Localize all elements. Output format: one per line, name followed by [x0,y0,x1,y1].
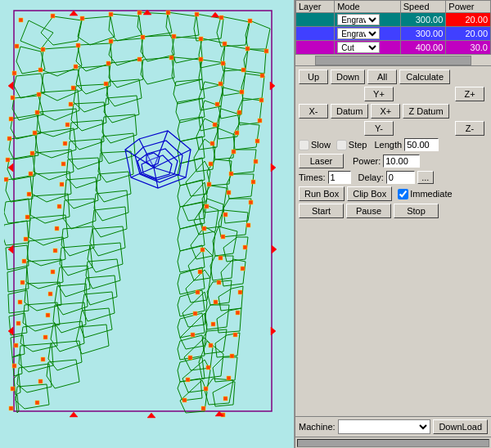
down-button[interactable]: Down [331,69,365,84]
row-laser-power: Laser Power: [299,154,488,168]
xplus-button[interactable]: X+ [371,104,400,119]
svg-rect-85 [217,280,221,284]
row-xminus-datum: X- Datum X+ Z Datum [299,104,488,119]
svg-rect-34 [104,82,108,86]
pause-button[interactable]: Pause [346,204,391,218]
layer-mode-select-2[interactable]: Engrave Cut [337,28,380,39]
scrollbar-thumb[interactable] [315,56,471,65]
layer-color-2 [296,27,335,41]
row-up-down: Up Down All Calculate [299,69,488,84]
step-label: Step [349,140,367,150]
layer-speed-2: 300.00 [400,27,446,41]
svg-rect-7 [166,11,170,15]
svg-rect-16 [172,34,176,38]
svg-rect-114 [182,398,187,402]
layer-mode-3[interactable]: Engrave Cut [335,41,401,55]
zplus-button[interactable]: Z+ [455,87,484,101]
svg-rect-47 [213,123,217,127]
slow-label: Slow [311,140,331,150]
svg-rect-3 [51,14,55,18]
svg-rect-77 [22,259,26,263]
svg-rect-30 [260,74,264,78]
immediate-checkbox[interactable] [398,189,408,199]
slow-checkbox[interactable] [299,140,309,150]
calculate-button[interactable]: Calculate [399,69,450,84]
delay-input[interactable] [386,171,415,184]
svg-rect-66 [249,200,253,204]
main-container: Layer Mode Speed Power Engrave Cut 300.0… [0,0,491,448]
svg-rect-38 [9,117,13,121]
svg-rect-90 [214,300,218,304]
svg-rect-94 [193,311,197,316]
svg-rect-59 [209,162,213,166]
svg-rect-99 [191,333,195,337]
svg-rect-73 [55,226,59,231]
svg-rect-100 [209,343,213,347]
svg-rect-110 [204,387,208,391]
start-button[interactable]: Start [299,204,344,218]
datum-button[interactable]: Datum [331,104,368,119]
all-button[interactable]: All [367,69,397,84]
layer-scrollbar[interactable] [295,55,491,66]
machine-select[interactable] [338,419,431,434]
immediate-checkbox-label[interactable]: Immediate [398,189,452,199]
yplus-button[interactable]: Y+ [364,87,394,101]
svg-rect-44 [7,137,11,141]
svg-rect-56 [4,177,8,181]
times-input[interactable] [328,171,351,184]
bottom-scrollbar[interactable] [295,437,491,448]
length-label: Length [374,140,402,150]
svg-rect-36 [240,90,244,94]
svg-rect-49 [255,139,259,143]
laser-button[interactable]: Laser [299,154,344,168]
step-checkbox[interactable] [336,140,347,150]
layer-mode-select-1[interactable]: Engrave Cut [337,14,380,25]
svg-rect-98 [43,335,47,339]
svg-rect-68 [57,204,61,208]
svg-rect-21 [12,71,16,75]
svg-rect-83 [51,270,55,274]
yminus-button[interactable]: Y- [364,121,394,136]
up-button[interactable]: Up [299,69,328,84]
zdatum-button[interactable]: Z Datum [403,104,448,119]
zminus-button[interactable]: Z- [455,121,484,136]
svg-rect-111 [223,396,227,401]
layer-mode-select-3[interactable]: Engrave Cut [337,42,380,53]
runbox-button[interactable]: Run Box [299,186,345,201]
svg-rect-31 [11,96,15,100]
layer-row-purple[interactable]: Engrave Cut 400.00 30.0 [296,41,491,55]
svg-rect-67 [25,215,29,219]
svg-rect-103 [41,357,45,361]
svg-rect-84 [198,270,202,274]
svg-rect-69 [205,204,209,208]
svg-rect-50 [6,158,10,162]
xminus-button[interactable]: X- [299,104,328,119]
row-start-pause-stop: Start Pause Stop [299,204,488,218]
length-input[interactable] [404,138,439,151]
svg-rect-65 [227,190,231,195]
clipbox-button[interactable]: Clip Box [347,186,392,201]
layer-mode-1[interactable]: Engrave Cut [335,13,401,27]
layer-row-teal[interactable]: Engrave Cut 300.00 20.00 [296,13,491,27]
ellipsis-button[interactable]: ... [417,171,434,184]
layer-mode-2[interactable]: Engrave Cut [335,27,401,41]
slow-checkbox-label[interactable]: Slow [299,140,331,150]
svg-rect-104 [188,356,192,360]
svg-rect-14 [109,39,113,43]
layer-row-blue[interactable]: Engrave Cut 300.00 20.00 [296,27,491,41]
row-times-delay: Times: Delay: ... [299,171,488,184]
layer-color-1 [296,13,335,27]
svg-rect-43 [258,119,262,123]
svg-rect-2 [19,18,23,22]
layer-color-3 [296,41,335,55]
svg-rect-29 [241,68,246,72]
bottom-scrollbar-track[interactable] [297,439,489,447]
stop-button[interactable]: Stop [394,204,439,218]
step-checkbox-label[interactable]: Step [336,140,367,150]
svg-rect-55 [254,159,258,164]
svg-rect-6 [137,11,142,15]
svg-rect-11 [15,44,19,48]
download-button[interactable]: DownLoad [433,419,488,434]
power-input[interactable] [383,155,420,168]
svg-rect-20 [264,49,268,53]
